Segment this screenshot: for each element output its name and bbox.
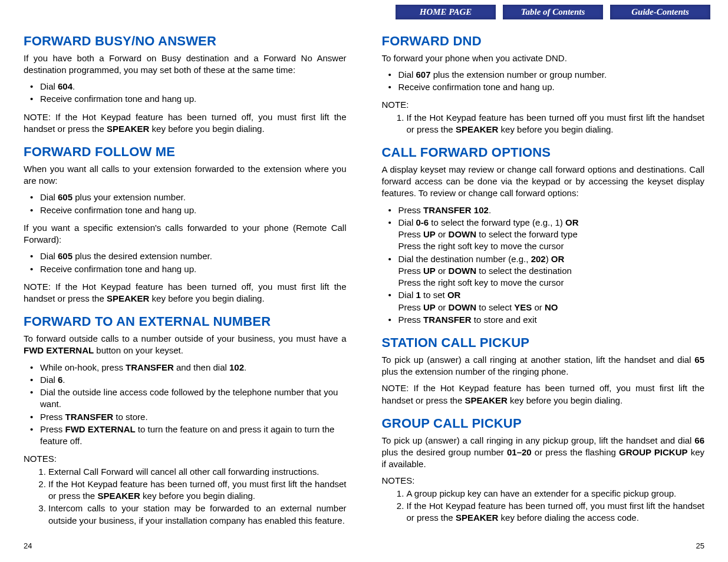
note-label: NOTE: — [382, 99, 705, 111]
list-item: Press TRANSFER to store. — [40, 411, 347, 423]
nav-bar: HOME PAGE Table of Contents Guide-Conten… — [396, 5, 710, 19]
heading-forward-busy-no-answer: FORWARD BUSY/NO ANSWER — [24, 32, 347, 50]
numbered-list: If the Hot Keypad feature has been turne… — [382, 112, 705, 136]
right-page: FORWARD DND To forward your phone when y… — [382, 32, 705, 533]
list-item: Dial 604. — [40, 81, 347, 92]
bullet-list: Dial 604. Receive confirmation tone and … — [24, 81, 347, 105]
guide-contents-button[interactable]: Guide-Contents — [610, 5, 710, 19]
list-item: Dial the destination number (e.g., 202) … — [398, 253, 705, 289]
page-number-right: 25 — [696, 541, 704, 550]
paragraph: A display keyset may review or change ca… — [382, 164, 705, 200]
paragraph: To pick up (answer) a call ringing in an… — [382, 435, 705, 471]
list-item: Receive confirmation tone and hang up. — [40, 263, 347, 275]
heading-call-forward-options: CALL FORWARD OPTIONS — [382, 144, 705, 161]
page-number-left: 24 — [24, 541, 32, 550]
list-item: Press TRANSFER 102. — [398, 204, 705, 216]
paragraph: If you have both a Forward on Busy desti… — [24, 52, 347, 77]
list-item: External Call Forward will cancel all ot… — [48, 466, 347, 478]
note: NOTE: If the Hot Keypad feature has been… — [24, 111, 347, 135]
list-item: If the Hot Keypad feature has been turne… — [407, 500, 705, 524]
list-item: If the Hot Keypad feature has been turne… — [407, 112, 705, 136]
note: NOTE: If the Hot Keypad feature has been… — [24, 281, 347, 305]
bullet-list: Dial 605 plus the desired extension numb… — [24, 250, 347, 275]
list-item: Dial 605 plus the desired extension numb… — [40, 250, 347, 262]
list-item: A group pickup key can have an extender … — [407, 488, 705, 500]
heading-forward-external: FORWARD TO AN EXTERNAL NUMBER — [24, 313, 347, 330]
page-spread: FORWARD BUSY/NO ANSWER If you have both … — [0, 0, 728, 556]
paragraph: If you want a specific extension's calls… — [24, 222, 347, 246]
left-page: FORWARD BUSY/NO ANSWER If you have both … — [24, 32, 347, 533]
bullet-list: While on-hook, press TRANSFER and then d… — [24, 362, 347, 448]
notes-label: NOTES: — [24, 453, 347, 465]
list-item: While on-hook, press TRANSFER and then d… — [40, 362, 347, 373]
paragraph: To pick up (answer) a call ringing at an… — [382, 354, 705, 378]
list-item: Dial 1 to set ORPress UP or DOWN to sele… — [398, 289, 705, 313]
paragraph: To forward your phone when you activate … — [382, 52, 705, 64]
heading-group-call-pickup: GROUP CALL PICKUP — [382, 415, 705, 432]
list-item: Dial the outside line access code follow… — [40, 386, 347, 411]
heading-station-call-pickup: STATION CALL PICKUP — [382, 334, 705, 352]
heading-forward-dnd: FORWARD DND — [382, 32, 705, 50]
list-item: Press FWD EXTERNAL to turn the feature o… — [40, 424, 347, 448]
list-item: Dial 607 plus the extension number or gr… — [398, 69, 705, 81]
bullet-list: Dial 605 plus your extension number. Rec… — [24, 191, 347, 216]
heading-forward-follow-me: FORWARD FOLLOW ME — [24, 143, 347, 161]
list-item: Dial 0-6 to select the forward type (e.g… — [398, 217, 705, 253]
list-item: Dial 6. — [40, 374, 347, 386]
numbered-list: External Call Forward will cancel all ot… — [24, 466, 347, 527]
note: NOTE: If the Hot Keypad feature has been… — [382, 382, 705, 406]
table-of-contents-button[interactable]: Table of Contents — [503, 5, 603, 19]
list-item: Receive confirmation tone and hang up. — [398, 81, 705, 93]
notes-label: NOTES: — [382, 475, 705, 487]
bullet-list: Dial 607 plus the extension number or gr… — [382, 69, 705, 94]
list-item: Receive confirmation tone and hang up. — [40, 204, 347, 216]
paragraph: When you want all calls to your extensio… — [24, 163, 347, 187]
list-item: Receive confirmation tone and hang up. — [40, 93, 347, 105]
bullet-list: Press TRANSFER 102. Dial 0-6 to select t… — [382, 204, 705, 326]
paragraph: To forward outside calls to a number out… — [24, 333, 347, 357]
list-item: Intercom calls to your station may be fo… — [48, 503, 347, 527]
list-item: Dial 605 plus your extension number. — [40, 191, 347, 203]
list-item: Press TRANSFER to store and exit — [398, 314, 705, 326]
numbered-list: A group pickup key can have an extender … — [382, 488, 705, 524]
home-page-button[interactable]: HOME PAGE — [396, 5, 496, 19]
list-item: If the Hot Keypad feature has been turne… — [48, 478, 347, 503]
